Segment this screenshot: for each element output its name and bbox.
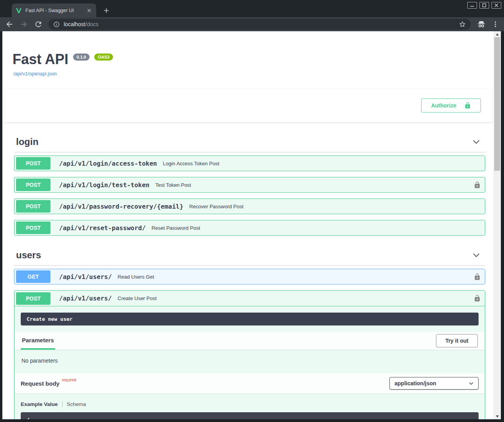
menu-dots-icon[interactable] xyxy=(492,21,499,28)
unlocked-padlock-icon xyxy=(464,102,471,109)
model-example-area: Example Value Schema { xyxy=(14,393,485,419)
operation-description: Create new user xyxy=(21,313,479,325)
url-text: localhost/docs xyxy=(64,21,99,27)
fastapi-favicon-icon xyxy=(16,7,22,14)
oas3-badge: OAS3 xyxy=(94,54,113,61)
request-body-header: Request bodyrequired application/json xyxy=(14,373,485,393)
version-badge: 0.1.0 xyxy=(73,54,90,61)
forward-icon xyxy=(20,20,28,29)
address-bar[interactable]: localhost/docs xyxy=(48,19,471,30)
maximize-button[interactable] xyxy=(479,2,489,9)
tab-title: Fast API - Swagger UI xyxy=(25,8,83,13)
method-badge: POST xyxy=(16,222,50,234)
scroll-up-arrow[interactable] xyxy=(493,32,501,37)
endpoint-path: /api/v1/users/ xyxy=(59,273,112,281)
close-button[interactable] xyxy=(491,2,501,9)
operation-description-wrapper: Create new user xyxy=(14,306,485,332)
unlocked-padlock-icon[interactable] xyxy=(474,181,481,189)
swagger-page: Fast API 0.1.0 OAS3 /api/v1/openapi.json… xyxy=(2,31,493,419)
window-controls xyxy=(467,2,501,9)
scroll-down-arrow[interactable] xyxy=(493,414,501,419)
section-users: users GET /api/v1/users/ Read Users Get … xyxy=(14,245,485,419)
section-login-title: login xyxy=(16,136,38,147)
tab-close-icon[interactable] xyxy=(86,7,92,14)
method-badge: POST xyxy=(16,179,50,191)
browser-tab[interactable]: Fast API - Swagger UI xyxy=(12,4,96,17)
unlocked-padlock-icon[interactable] xyxy=(474,273,481,281)
endpoint-summary: Read Users Get xyxy=(118,274,154,280)
endpoint-password-recovery[interactable]: POST /api/v1/password-recovery/{email} R… xyxy=(14,198,485,214)
method-badge: POST xyxy=(16,200,50,213)
reload-icon[interactable] xyxy=(34,20,43,29)
model-tabs: Example Value Schema xyxy=(21,401,479,407)
incognito-icon xyxy=(477,20,486,29)
no-parameters-text: No parameters xyxy=(14,350,485,373)
section-login-header[interactable]: login xyxy=(14,132,485,152)
media-type-select[interactable]: application/json xyxy=(389,377,479,390)
tab-separator xyxy=(62,401,63,407)
endpoint-path: /api/v1/login/access-token xyxy=(59,160,157,167)
bookmark-star-icon[interactable] xyxy=(459,21,466,28)
section-users-header[interactable]: users xyxy=(14,245,485,266)
media-type-value: application/json xyxy=(395,380,436,386)
new-tab-button[interactable] xyxy=(102,6,111,15)
chevron-down-icon[interactable] xyxy=(472,138,481,146)
endpoint-summary: Create User Post xyxy=(118,295,157,301)
endpoint-summary: Login Access Token Post xyxy=(163,161,219,166)
parameters-tab: Parameters xyxy=(21,332,55,350)
site-info-icon[interactable] xyxy=(53,21,60,28)
browser-toolbar: localhost/docs xyxy=(0,17,504,31)
parameters-header: Parameters Try it out xyxy=(14,332,485,350)
endpoint-summary: Reset Password Post xyxy=(152,225,200,231)
endpoint-path: /api/v1/users/ xyxy=(59,295,112,302)
try-it-out-button[interactable]: Try it out xyxy=(436,334,478,347)
openapi-spec-link[interactable]: /api/v1/openapi.json xyxy=(13,71,57,77)
endpoint-summary: Test Token Post xyxy=(155,182,191,188)
endpoint-login-test-token[interactable]: POST /api/v1/login/test-token Test Token… xyxy=(14,177,485,193)
endpoint-path: /api/v1/login/test-token xyxy=(59,181,149,189)
authorize-button[interactable]: Authorize xyxy=(421,98,481,113)
page-title: Fast API xyxy=(13,51,68,68)
request-body-label: Request bodyrequired xyxy=(21,380,76,387)
minimize-button[interactable] xyxy=(467,2,477,9)
endpoint-login-access-token[interactable]: POST /api/v1/login/access-token Login Ac… xyxy=(14,156,485,171)
api-info: Fast API 0.1.0 OAS3 /api/v1/openapi.json xyxy=(2,31,493,77)
example-code-block: { xyxy=(21,412,479,419)
scrollbar-thumb[interactable] xyxy=(494,37,500,171)
endpoint-path: /api/v1/password-recovery/{email} xyxy=(59,203,183,210)
method-badge: POST xyxy=(16,157,50,170)
url-path: /docs xyxy=(85,21,98,27)
section-login: login POST /api/v1/login/access-token Lo… xyxy=(14,132,485,236)
endpoint-reset-password[interactable]: POST /api/v1/reset-password/ Reset Passw… xyxy=(14,220,485,236)
endpoint-create-user-expanded: POST /api/v1/users/ Create User Post Cre… xyxy=(14,290,485,419)
endpoint-read-users[interactable]: GET /api/v1/users/ Read Users Get xyxy=(14,269,485,284)
endpoint-summary: Recover Password Post xyxy=(189,204,244,209)
endpoint-create-user-summary[interactable]: POST /api/v1/users/ Create User Post xyxy=(14,291,485,306)
example-value-tab[interactable]: Example Value xyxy=(21,401,58,407)
browser-tab-strip: Fast API - Swagger UI xyxy=(0,0,504,17)
page-scrollbar[interactable] xyxy=(493,31,501,419)
url-host: localhost xyxy=(64,21,85,27)
back-icon[interactable] xyxy=(5,20,14,29)
method-badge: POST xyxy=(16,292,50,305)
unlocked-padlock-icon[interactable] xyxy=(474,295,481,302)
section-users-title: users xyxy=(16,250,41,261)
endpoint-path: /api/v1/reset-password/ xyxy=(59,224,146,232)
chevron-down-icon[interactable] xyxy=(472,251,481,259)
authorize-label: Authorize xyxy=(431,102,456,109)
chevron-down-icon xyxy=(468,380,474,386)
method-badge: GET xyxy=(16,270,50,283)
required-label: required xyxy=(62,378,76,382)
scheme-container: Authorize xyxy=(4,89,492,122)
schema-tab[interactable]: Schema xyxy=(67,401,86,407)
